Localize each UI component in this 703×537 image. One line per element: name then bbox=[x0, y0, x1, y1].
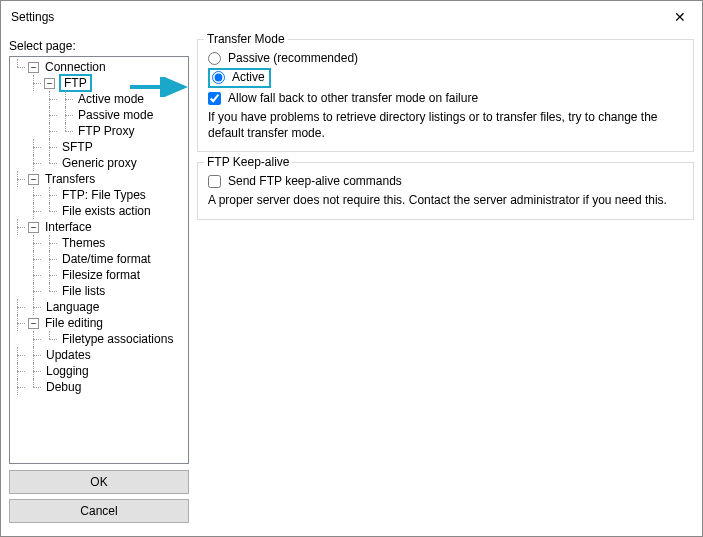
settings-tree[interactable]: − Connection − FTP bbox=[9, 56, 189, 464]
active-radio[interactable] bbox=[212, 71, 225, 84]
passive-radio-row[interactable]: Passive (recommended) bbox=[208, 51, 683, 65]
close-button[interactable]: ✕ bbox=[657, 2, 702, 32]
tree-item-passive-mode[interactable]: Passive mode bbox=[12, 107, 188, 123]
cancel-button[interactable]: Cancel bbox=[9, 499, 189, 523]
fallback-checkbox[interactable] bbox=[208, 92, 221, 105]
window-title: Settings bbox=[11, 10, 657, 24]
keepalive-check-row[interactable]: Send FTP keep-alive commands bbox=[208, 174, 683, 188]
tree-item-debug[interactable]: Debug bbox=[12, 379, 188, 395]
select-page-label: Select page: bbox=[9, 39, 189, 53]
tree-item-file-lists[interactable]: File lists bbox=[12, 283, 188, 299]
passive-radio-label: Passive (recommended) bbox=[228, 51, 358, 65]
keepalive-checkbox-label: Send FTP keep-alive commands bbox=[228, 174, 402, 188]
tree-item-filetype-associations[interactable]: Filetype associations bbox=[12, 331, 188, 347]
collapse-icon[interactable]: − bbox=[28, 318, 39, 329]
collapse-icon[interactable]: − bbox=[28, 174, 39, 185]
keep-alive-group: FTP Keep-alive Send FTP keep-alive comma… bbox=[197, 162, 694, 219]
tree-item-interface[interactable]: − Interface bbox=[12, 219, 188, 235]
right-pane: Transfer Mode Passive (recommended) Acti… bbox=[197, 39, 694, 528]
tree-item-sftp[interactable]: SFTP bbox=[12, 139, 188, 155]
active-radio-label: Active bbox=[232, 70, 265, 84]
collapse-icon[interactable]: − bbox=[28, 222, 39, 233]
tree-item-themes[interactable]: Themes bbox=[12, 235, 188, 251]
transfer-mode-group: Transfer Mode Passive (recommended) Acti… bbox=[197, 39, 694, 152]
keepalive-checkbox[interactable] bbox=[208, 175, 221, 188]
tree-item-updates[interactable]: Updates bbox=[12, 347, 188, 363]
tree-item-ftp-file-types[interactable]: FTP: File Types bbox=[12, 187, 188, 203]
left-pane: Select page: − Connection bbox=[9, 39, 189, 528]
tree-item-ftp-proxy[interactable]: FTP Proxy bbox=[12, 123, 188, 139]
tree-item-ftp[interactable]: − FTP bbox=[12, 75, 188, 91]
ok-button[interactable]: OK bbox=[9, 470, 189, 494]
passive-radio[interactable] bbox=[208, 52, 221, 65]
transfer-mode-description: If you have problems to retrieve directo… bbox=[208, 109, 683, 141]
dialog-content: Select page: − Connection bbox=[1, 33, 702, 536]
tree-item-file-exists-action[interactable]: File exists action bbox=[12, 203, 188, 219]
fallback-checkbox-label: Allow fall back to other transfer mode o… bbox=[228, 91, 478, 105]
tree-item-file-editing[interactable]: − File editing bbox=[12, 315, 188, 331]
tree-item-active-mode[interactable]: Active mode bbox=[12, 91, 188, 107]
group-title: Transfer Mode bbox=[204, 32, 288, 46]
tree-item-generic-proxy[interactable]: Generic proxy bbox=[12, 155, 188, 171]
tree-item-date-time-format[interactable]: Date/time format bbox=[12, 251, 188, 267]
title-bar: Settings ✕ bbox=[1, 1, 702, 33]
collapse-icon[interactable]: − bbox=[44, 78, 55, 89]
tree-item-connection[interactable]: − Connection bbox=[12, 59, 188, 75]
collapse-icon[interactable]: − bbox=[28, 62, 39, 73]
group-title: FTP Keep-alive bbox=[204, 155, 292, 169]
tree-item-filesize-format[interactable]: Filesize format bbox=[12, 267, 188, 283]
fallback-check-row[interactable]: Allow fall back to other transfer mode o… bbox=[208, 91, 683, 105]
keep-alive-description: A proper server does not require this. C… bbox=[208, 192, 683, 208]
tree-item-language[interactable]: Language bbox=[12, 299, 188, 315]
tree-item-logging[interactable]: Logging bbox=[12, 363, 188, 379]
tree-item-transfers[interactable]: − Transfers bbox=[12, 171, 188, 187]
